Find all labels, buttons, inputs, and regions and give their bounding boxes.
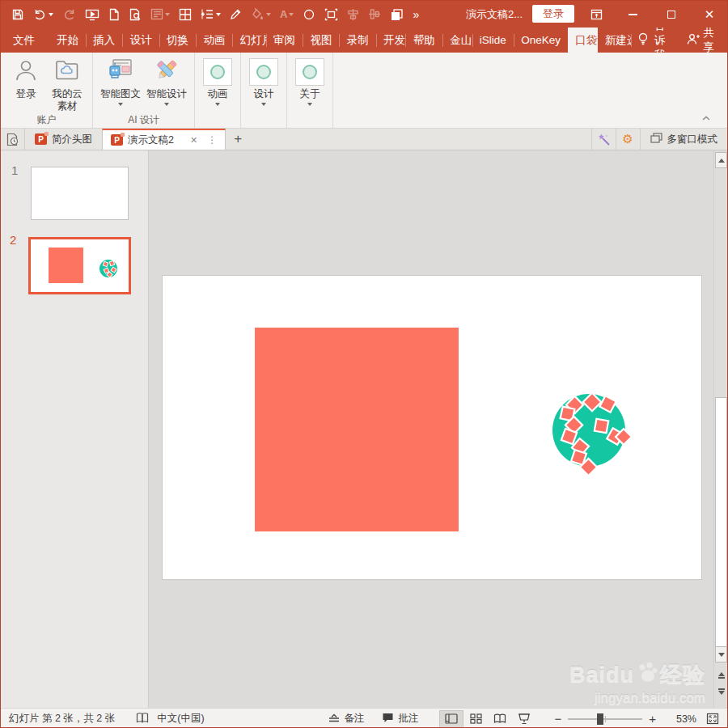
tab-kingsoft-pdf[interactable]: 金山PDF [442, 28, 472, 53]
spellcheck-icon[interactable] [136, 712, 149, 726]
confetti-circle-shape[interactable] [534, 373, 644, 486]
ppt-file-icon: P [35, 133, 47, 145]
zoom-slider[interactable] [568, 718, 642, 720]
comments-button[interactable]: 批注 [382, 712, 418, 726]
recent-documents-icon[interactable] [1, 129, 25, 150]
smart-graphics-dropdown-icon [118, 103, 123, 106]
more-commands-icon[interactable]: » [413, 8, 419, 21]
format-painter-pen-icon[interactable] [230, 8, 242, 20]
align-horizontal-icon [347, 8, 359, 21]
tab-islide[interactable]: iSlide [472, 28, 514, 53]
doc-tab-menu-icon[interactable]: ⋮ [207, 134, 217, 146]
multi-window-mode-button[interactable]: 多窗口模式 [640, 129, 728, 150]
about-label: 关于 [300, 88, 320, 100]
normal-view-icon[interactable] [439, 710, 463, 728]
undo-icon[interactable] [33, 8, 53, 20]
notes-button[interactable]: 备注 [328, 712, 364, 726]
tab-insert[interactable]: 插入 [86, 28, 122, 53]
slide-1-thumbnail[interactable] [31, 167, 129, 220]
undo-dropdown-icon[interactable] [49, 13, 53, 16]
magic-wand-icon[interactable] [591, 129, 616, 150]
tab-onekey[interactable]: OneKey [514, 28, 568, 53]
animation-button[interactable]: 动画 [201, 58, 234, 106]
save-icon[interactable] [11, 8, 24, 21]
ribbon-group-ai-design: 智能图文 智能设计 AI 设计 [93, 53, 195, 128]
share-control[interactable]: 共享 [687, 26, 715, 55]
tab-slideshow[interactable]: 幻灯片放映 [233, 28, 266, 53]
tab-transitions[interactable]: 切换 [159, 28, 196, 53]
vertical-scrollbar[interactable] [713, 150, 727, 708]
minimize-button[interactable] [619, 1, 646, 28]
slideshow-view-icon[interactable] [512, 710, 536, 728]
slide-2-number: 2 [10, 233, 16, 247]
smart-design-button[interactable]: 智能设计 [146, 58, 188, 106]
zoom-control: − + [554, 712, 656, 726]
scroll-up-icon[interactable] [715, 152, 727, 168]
collapse-ribbon-icon[interactable] [701, 110, 711, 125]
shape-circle-icon[interactable] [303, 8, 315, 21]
settings-gear-icon[interactable]: ⚙ [616, 129, 640, 150]
notes-label: 备注 [344, 712, 364, 726]
fill-color-dropdown-icon [266, 13, 271, 16]
next-slide-icon[interactable] [715, 685, 727, 698]
tab-new-tab-option[interactable]: 新建选项卡 [598, 28, 631, 53]
slide-sorter-view-icon[interactable] [463, 710, 488, 728]
tab-developer[interactable]: 开发工具 [376, 28, 405, 53]
robot-document-icon [107, 58, 134, 86]
print-preview-icon[interactable] [129, 8, 142, 21]
baidu-watermark: Baidu 经验 jingyan.baidu.com [569, 660, 705, 706]
about-button[interactable]: 关于 [294, 58, 326, 106]
grid-view-icon[interactable] [179, 8, 192, 21]
slide-canvas-area[interactable]: Baidu 经验 jingyan.baidu.com [149, 150, 713, 708]
align-vertical-icon [368, 8, 381, 20]
design-dropdown-icon [261, 103, 266, 106]
zoom-in-icon[interactable]: + [649, 712, 656, 726]
comments-label: 批注 [398, 712, 418, 726]
zoom-slider-thumb[interactable] [597, 713, 603, 725]
slideshow-from-current-icon[interactable] [85, 8, 99, 21]
slide-2-thumbnail[interactable] [28, 237, 131, 294]
close-button[interactable]: ✕ [695, 1, 724, 28]
smart-graphics-button[interactable]: 智能图文 [99, 58, 142, 106]
reading-view-icon[interactable] [488, 710, 512, 728]
previous-slide-icon[interactable] [715, 669, 727, 682]
zoom-percentage[interactable]: 53% [669, 713, 696, 725]
new-document-icon[interactable] [108, 8, 120, 21]
layers-icon[interactable] [390, 8, 404, 21]
scroll-down-icon[interactable] [715, 646, 727, 662]
tab-pocket-animation[interactable]: 口袋动画 [568, 28, 597, 53]
tab-help[interactable]: 帮助 [406, 28, 442, 53]
fit-selection-icon[interactable] [324, 8, 338, 21]
group-label-design [241, 113, 286, 128]
titlebar-login-button[interactable]: 登录 [532, 5, 574, 23]
tab-view[interactable]: 视图 [303, 28, 339, 53]
tab-design[interactable]: 设计 [123, 28, 159, 53]
maximize-button[interactable] [658, 1, 685, 28]
scrollbar-thumb[interactable] [715, 397, 727, 656]
tab-file[interactable]: 文件 [1, 28, 47, 53]
fit-to-window-icon[interactable] [706, 713, 719, 725]
pin-window-icon[interactable] [583, 1, 609, 28]
tab-home[interactable]: 开始 [49, 28, 86, 53]
tab-review[interactable]: 审阅 [266, 28, 303, 53]
tab-animations[interactable]: 动画 [196, 28, 232, 53]
tell-me-control[interactable]: 告诉我 [637, 28, 666, 53]
fill-color-bucket-icon [251, 8, 271, 20]
outline-dropdown-icon[interactable] [216, 13, 221, 16]
outline-indent-icon[interactable] [201, 8, 221, 20]
cloud-folder-icon [54, 58, 80, 86]
slide-editing-surface[interactable] [162, 275, 702, 580]
ppt-file-icon: P [111, 134, 123, 146]
close-doc-tab-icon[interactable]: ✕ [190, 135, 197, 146]
new-doc-tab-icon[interactable]: + [226, 129, 250, 150]
my-cloud-assets-button[interactable]: 我的云素材 [49, 58, 86, 112]
language-status[interactable]: 中文(中国) [157, 712, 204, 726]
doc-tab-intro[interactable]: P 简介头图 [25, 129, 102, 150]
design-button[interactable]: 设计 [248, 58, 280, 106]
login-button[interactable]: 登录 [7, 58, 44, 100]
coral-rectangle-shape[interactable] [255, 328, 459, 531]
zoom-out-icon[interactable]: − [554, 712, 561, 726]
tab-record[interactable]: 录制 [340, 28, 376, 53]
doc-tab-presentation2[interactable]: P 演示文稿2 ✕ ⋮ [102, 129, 226, 150]
doc-tab-intro-label: 简介头图 [52, 133, 92, 146]
